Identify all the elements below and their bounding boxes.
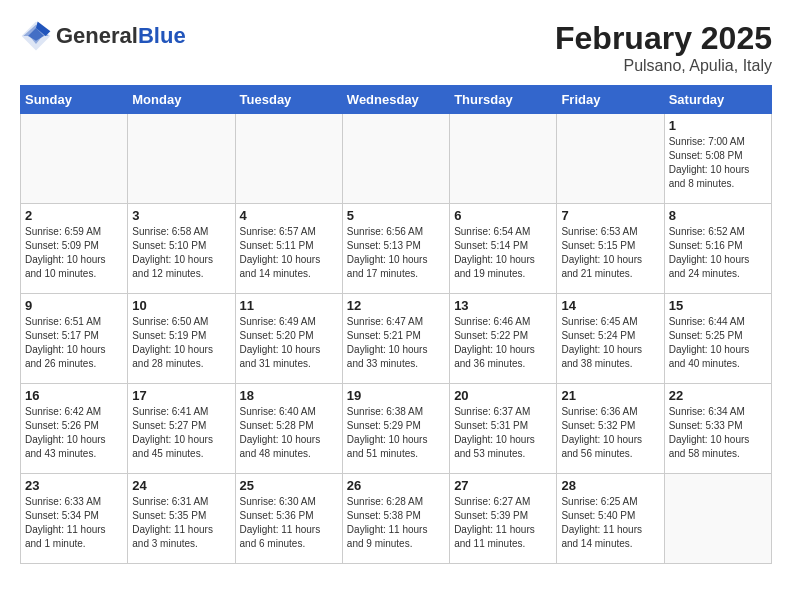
calendar-day-cell: 1Sunrise: 7:00 AM Sunset: 5:08 PM Daylig… <box>664 114 771 204</box>
day-number: 12 <box>347 298 445 313</box>
calendar-day-cell <box>557 114 664 204</box>
day-info: Sunrise: 6:47 AM Sunset: 5:21 PM Dayligh… <box>347 315 445 371</box>
calendar-day-cell <box>664 474 771 564</box>
day-number: 28 <box>561 478 659 493</box>
day-info: Sunrise: 6:36 AM Sunset: 5:32 PM Dayligh… <box>561 405 659 461</box>
day-info: Sunrise: 6:53 AM Sunset: 5:15 PM Dayligh… <box>561 225 659 281</box>
calendar-day-cell: 13Sunrise: 6:46 AM Sunset: 5:22 PM Dayli… <box>450 294 557 384</box>
calendar-week-row: 16Sunrise: 6:42 AM Sunset: 5:26 PM Dayli… <box>21 384 772 474</box>
day-info: Sunrise: 6:42 AM Sunset: 5:26 PM Dayligh… <box>25 405 123 461</box>
day-info: Sunrise: 7:00 AM Sunset: 5:08 PM Dayligh… <box>669 135 767 191</box>
day-info: Sunrise: 6:38 AM Sunset: 5:29 PM Dayligh… <box>347 405 445 461</box>
day-number: 19 <box>347 388 445 403</box>
calendar-day-cell: 28Sunrise: 6:25 AM Sunset: 5:40 PM Dayli… <box>557 474 664 564</box>
day-number: 13 <box>454 298 552 313</box>
day-number: 26 <box>347 478 445 493</box>
calendar-day-cell: 21Sunrise: 6:36 AM Sunset: 5:32 PM Dayli… <box>557 384 664 474</box>
calendar-week-row: 9Sunrise: 6:51 AM Sunset: 5:17 PM Daylig… <box>21 294 772 384</box>
calendar-day-cell: 7Sunrise: 6:53 AM Sunset: 5:15 PM Daylig… <box>557 204 664 294</box>
calendar-day-cell: 26Sunrise: 6:28 AM Sunset: 5:38 PM Dayli… <box>342 474 449 564</box>
day-number: 25 <box>240 478 338 493</box>
calendar-day-cell: 4Sunrise: 6:57 AM Sunset: 5:11 PM Daylig… <box>235 204 342 294</box>
calendar-day-cell: 24Sunrise: 6:31 AM Sunset: 5:35 PM Dayli… <box>128 474 235 564</box>
day-info: Sunrise: 6:58 AM Sunset: 5:10 PM Dayligh… <box>132 225 230 281</box>
day-number: 14 <box>561 298 659 313</box>
calendar-day-cell: 27Sunrise: 6:27 AM Sunset: 5:39 PM Dayli… <box>450 474 557 564</box>
day-of-week-header: Wednesday <box>342 86 449 114</box>
day-number: 1 <box>669 118 767 133</box>
day-number: 27 <box>454 478 552 493</box>
calendar-day-cell: 12Sunrise: 6:47 AM Sunset: 5:21 PM Dayli… <box>342 294 449 384</box>
day-number: 9 <box>25 298 123 313</box>
calendar-day-cell: 5Sunrise: 6:56 AM Sunset: 5:13 PM Daylig… <box>342 204 449 294</box>
day-info: Sunrise: 6:54 AM Sunset: 5:14 PM Dayligh… <box>454 225 552 281</box>
calendar-day-cell: 9Sunrise: 6:51 AM Sunset: 5:17 PM Daylig… <box>21 294 128 384</box>
day-number: 15 <box>669 298 767 313</box>
day-info: Sunrise: 6:25 AM Sunset: 5:40 PM Dayligh… <box>561 495 659 551</box>
day-of-week-header: Monday <box>128 86 235 114</box>
calendar-table: SundayMondayTuesdayWednesdayThursdayFrid… <box>20 85 772 564</box>
calendar-day-cell: 15Sunrise: 6:44 AM Sunset: 5:25 PM Dayli… <box>664 294 771 384</box>
day-number: 10 <box>132 298 230 313</box>
day-number: 17 <box>132 388 230 403</box>
logo: GeneralBlue <box>20 20 186 52</box>
day-number: 16 <box>25 388 123 403</box>
day-of-week-header: Saturday <box>664 86 771 114</box>
month-year: February 2025 <box>555 20 772 57</box>
location: Pulsano, Apulia, Italy <box>555 57 772 75</box>
calendar-day-cell: 3Sunrise: 6:58 AM Sunset: 5:10 PM Daylig… <box>128 204 235 294</box>
day-info: Sunrise: 6:33 AM Sunset: 5:34 PM Dayligh… <box>25 495 123 551</box>
day-number: 4 <box>240 208 338 223</box>
day-info: Sunrise: 6:45 AM Sunset: 5:24 PM Dayligh… <box>561 315 659 371</box>
day-info: Sunrise: 6:31 AM Sunset: 5:35 PM Dayligh… <box>132 495 230 551</box>
day-info: Sunrise: 6:37 AM Sunset: 5:31 PM Dayligh… <box>454 405 552 461</box>
day-info: Sunrise: 6:56 AM Sunset: 5:13 PM Dayligh… <box>347 225 445 281</box>
day-info: Sunrise: 6:51 AM Sunset: 5:17 PM Dayligh… <box>25 315 123 371</box>
calendar-day-cell: 2Sunrise: 6:59 AM Sunset: 5:09 PM Daylig… <box>21 204 128 294</box>
day-info: Sunrise: 6:50 AM Sunset: 5:19 PM Dayligh… <box>132 315 230 371</box>
day-info: Sunrise: 6:52 AM Sunset: 5:16 PM Dayligh… <box>669 225 767 281</box>
day-number: 6 <box>454 208 552 223</box>
calendar-day-cell <box>128 114 235 204</box>
day-number: 8 <box>669 208 767 223</box>
day-info: Sunrise: 6:34 AM Sunset: 5:33 PM Dayligh… <box>669 405 767 461</box>
title-block: February 2025 Pulsano, Apulia, Italy <box>555 20 772 75</box>
calendar-day-cell: 10Sunrise: 6:50 AM Sunset: 5:19 PM Dayli… <box>128 294 235 384</box>
calendar-day-cell: 11Sunrise: 6:49 AM Sunset: 5:20 PM Dayli… <box>235 294 342 384</box>
calendar-week-row: 1Sunrise: 7:00 AM Sunset: 5:08 PM Daylig… <box>21 114 772 204</box>
calendar-week-row: 23Sunrise: 6:33 AM Sunset: 5:34 PM Dayli… <box>21 474 772 564</box>
day-info: Sunrise: 6:57 AM Sunset: 5:11 PM Dayligh… <box>240 225 338 281</box>
day-number: 20 <box>454 388 552 403</box>
day-info: Sunrise: 6:49 AM Sunset: 5:20 PM Dayligh… <box>240 315 338 371</box>
day-of-week-header: Friday <box>557 86 664 114</box>
calendar-day-cell: 18Sunrise: 6:40 AM Sunset: 5:28 PM Dayli… <box>235 384 342 474</box>
page-header: GeneralBlue February 2025 Pulsano, Apuli… <box>20 20 772 75</box>
day-info: Sunrise: 6:27 AM Sunset: 5:39 PM Dayligh… <box>454 495 552 551</box>
day-info: Sunrise: 6:44 AM Sunset: 5:25 PM Dayligh… <box>669 315 767 371</box>
day-info: Sunrise: 6:41 AM Sunset: 5:27 PM Dayligh… <box>132 405 230 461</box>
calendar-day-cell: 17Sunrise: 6:41 AM Sunset: 5:27 PM Dayli… <box>128 384 235 474</box>
day-number: 18 <box>240 388 338 403</box>
calendar-day-cell: 20Sunrise: 6:37 AM Sunset: 5:31 PM Dayli… <box>450 384 557 474</box>
day-number: 2 <box>25 208 123 223</box>
calendar-day-cell <box>342 114 449 204</box>
day-of-week-header: Tuesday <box>235 86 342 114</box>
day-of-week-header: Sunday <box>21 86 128 114</box>
day-number: 23 <box>25 478 123 493</box>
calendar-day-cell <box>235 114 342 204</box>
day-info: Sunrise: 6:40 AM Sunset: 5:28 PM Dayligh… <box>240 405 338 461</box>
day-info: Sunrise: 6:28 AM Sunset: 5:38 PM Dayligh… <box>347 495 445 551</box>
day-number: 7 <box>561 208 659 223</box>
day-number: 5 <box>347 208 445 223</box>
calendar-day-cell: 8Sunrise: 6:52 AM Sunset: 5:16 PM Daylig… <box>664 204 771 294</box>
calendar-day-cell: 14Sunrise: 6:45 AM Sunset: 5:24 PM Dayli… <box>557 294 664 384</box>
day-info: Sunrise: 6:59 AM Sunset: 5:09 PM Dayligh… <box>25 225 123 281</box>
calendar-day-cell: 23Sunrise: 6:33 AM Sunset: 5:34 PM Dayli… <box>21 474 128 564</box>
day-info: Sunrise: 6:46 AM Sunset: 5:22 PM Dayligh… <box>454 315 552 371</box>
day-number: 3 <box>132 208 230 223</box>
calendar-week-row: 2Sunrise: 6:59 AM Sunset: 5:09 PM Daylig… <box>21 204 772 294</box>
calendar-day-cell: 16Sunrise: 6:42 AM Sunset: 5:26 PM Dayli… <box>21 384 128 474</box>
day-of-week-header: Thursday <box>450 86 557 114</box>
calendar-day-cell: 22Sunrise: 6:34 AM Sunset: 5:33 PM Dayli… <box>664 384 771 474</box>
logo-blue-text: Blue <box>138 23 186 48</box>
